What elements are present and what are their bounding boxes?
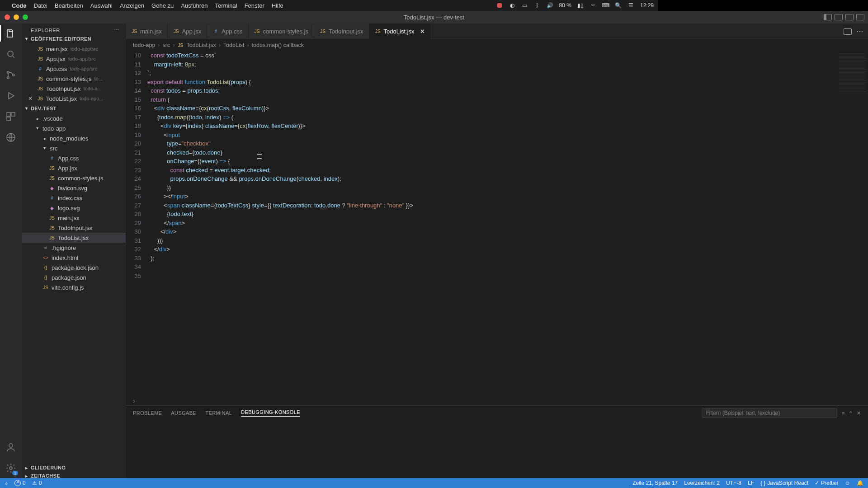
menu-datei[interactable]: Datei	[34, 2, 47, 9]
file-icon: JS	[42, 284, 49, 291]
folder-item[interactable]: ▸.vscode	[22, 113, 126, 123]
clock[interactable]: 12:29	[640, 2, 654, 9]
file-icon: JS	[37, 56, 43, 62]
file-name: App.jsx	[58, 165, 77, 172]
window-minimize-button[interactable]	[14, 14, 19, 20]
file-item[interactable]: JSmain.jsx	[22, 213, 126, 223]
menu-auswahl[interactable]: Auswahl	[90, 2, 113, 9]
tab-label: TodoInput.jsx	[329, 28, 363, 35]
editor-tab[interactable]: JScommon-styles.js	[249, 23, 314, 39]
activity-run-debug[interactable]	[5, 89, 17, 102]
menu-anzeigen[interactable]: Anzeigen	[120, 2, 144, 9]
text-cursor-icon	[257, 153, 262, 160]
file-item[interactable]: {}package-lock.json	[22, 263, 126, 272]
activity-remote[interactable]	[5, 131, 17, 144]
breadcrumb-item[interactable]: TodoList.jsx	[186, 42, 216, 48]
menu-hilfe[interactable]: Hilfe	[272, 2, 283, 9]
menu-bearbeiten[interactable]: Bearbeiten	[55, 2, 83, 9]
open-editor-item[interactable]: ✕JSTodoList.jsx todo-app...	[22, 94, 126, 103]
breadcrumb-item[interactable]: TodoList	[223, 42, 245, 48]
open-editor-item[interactable]: JSApp.jsx todo-app/src	[22, 54, 126, 64]
system-tray-icon[interactable]: ◐	[509, 2, 516, 9]
battery-percent: 80 %	[559, 2, 571, 9]
menu-fenster[interactable]: Fenster	[245, 2, 264, 9]
file-path: to...	[94, 76, 102, 81]
section-open-editors[interactable]: ▸ GEÖFFNETE EDITOREN	[22, 35, 126, 43]
volume-icon[interactable]: 🔊	[547, 2, 554, 9]
breadcrumb-item[interactable]: src	[163, 42, 170, 48]
breadcrumb[interactable]: todo-app› src› JS TodoList.jsx› TodoList…	[126, 39, 658, 51]
sidebar-title-label: EXPLORER	[31, 28, 60, 33]
file-name: common-styles.js	[46, 75, 91, 82]
folder-item[interactable]: ▸todo-app	[22, 123, 126, 133]
keyboard-layout-icon[interactable]: ⌨︎	[602, 2, 609, 9]
file-icon: JS	[320, 28, 326, 35]
svg-rect-5	[11, 113, 15, 116]
window-zoom-button[interactable]	[23, 14, 28, 20]
open-editor-item[interactable]: JSmain.jsx todo-app/src	[22, 44, 126, 54]
file-path: todo-app/src	[71, 46, 98, 52]
folder-name: todo-app	[42, 125, 66, 132]
file-item[interactable]: ≡.hgignore	[22, 243, 126, 253]
file-item[interactable]: ◆favicon.svg	[22, 183, 126, 193]
activity-extensions[interactable]	[5, 110, 17, 123]
folder-item[interactable]: ▸node_modules	[22, 133, 126, 143]
file-name: index.html	[52, 254, 78, 261]
recording-indicator-icon[interactable]	[496, 2, 503, 9]
editor-tab[interactable]: #App.css	[207, 23, 248, 39]
close-icon[interactable]: ✕	[420, 28, 425, 35]
battery-icon[interactable]: ▮▯	[577, 2, 584, 9]
file-item[interactable]: #App.css	[22, 153, 126, 163]
file-name: TodoList.jsx	[58, 235, 89, 241]
chevron-down-icon: ▸	[24, 106, 29, 111]
editor-tabs: JSmain.jsxJSApp.jsx#App.cssJScommon-styl…	[126, 23, 658, 39]
svg-point-1	[7, 71, 9, 73]
window-title: TodoList.jsx — dev-test	[404, 14, 464, 21]
breadcrumb-item[interactable]: todos.map() callback	[252, 42, 304, 48]
editor-tab[interactable]: JSmain.jsx	[126, 23, 168, 39]
menu-ausfuehren[interactable]: Ausführen	[181, 2, 208, 9]
file-path: todo-a...	[84, 86, 102, 91]
editor-tab[interactable]: JSTodoList.jsx✕	[369, 23, 431, 39]
code-editor[interactable]: 1011121314151617181920212223242526272829…	[126, 51, 658, 369]
open-editor-item[interactable]: JScommon-styles.js to...	[22, 74, 126, 84]
open-editor-item[interactable]: JSTodoInput.jsx todo-a...	[22, 84, 126, 94]
file-icon: JS	[49, 225, 55, 231]
file-item[interactable]: JScommon-styles.js	[22, 173, 126, 183]
window-close-button[interactable]	[5, 14, 10, 20]
control-center-icon[interactable]: ☰	[627, 2, 635, 9]
file-icon: JS	[37, 75, 43, 82]
display-icon[interactable]: ▭	[521, 2, 528, 9]
breadcrumb-item[interactable]: todo-app	[133, 42, 155, 48]
file-icon: #	[37, 66, 43, 72]
activity-explorer[interactable]	[5, 27, 17, 40]
file-item[interactable]: {}package.json	[22, 272, 126, 282]
file-item[interactable]: #index.css	[22, 193, 126, 203]
file-item[interactable]: ◆logo.svg	[22, 203, 126, 213]
file-item[interactable]: JSTodoList.jsx	[22, 233, 126, 243]
menu-terminal[interactable]: Terminal	[215, 2, 237, 9]
sidebar-more-icon[interactable]: ⋯	[114, 27, 119, 33]
menu-gehe-zu[interactable]: Gehe zu	[151, 2, 174, 9]
folder-item[interactable]: ▸src	[22, 143, 126, 153]
sidebar-explorer: EXPLORER ⋯ ▸ GEÖFFNETE EDITOREN JSmain.j…	[22, 23, 126, 369]
file-item[interactable]: JSvite.config.js	[22, 282, 126, 292]
bluetooth-icon[interactable]: ᛒ	[534, 2, 541, 9]
editor-tab[interactable]: JSTodoInput.jsx	[314, 23, 369, 39]
editor-tab[interactable]: JSApp.jsx	[168, 23, 208, 39]
folder-name: src	[50, 145, 57, 152]
file-item[interactable]: <>index.html	[22, 253, 126, 263]
file-icon: JS	[49, 215, 55, 221]
wifi-icon[interactable]: ⌔	[590, 2, 597, 9]
app-menu[interactable]: Code	[12, 2, 27, 9]
file-item[interactable]: JSTodoInput.jsx	[22, 223, 126, 233]
open-editor-item[interactable]: #App.css todo-app/src	[22, 64, 126, 74]
activity-search[interactable]	[5, 48, 17, 61]
file-icon: ◆	[49, 185, 55, 191]
spotlight-icon[interactable]: 🔍	[615, 2, 622, 9]
file-item[interactable]: JSApp.jsx	[22, 163, 126, 173]
activity-source-control[interactable]	[5, 69, 17, 81]
close-icon[interactable]: ✕	[28, 95, 34, 102]
section-project[interactable]: ▸ DEV-TEST	[22, 104, 126, 113]
file-name: main.jsx	[46, 46, 68, 52]
